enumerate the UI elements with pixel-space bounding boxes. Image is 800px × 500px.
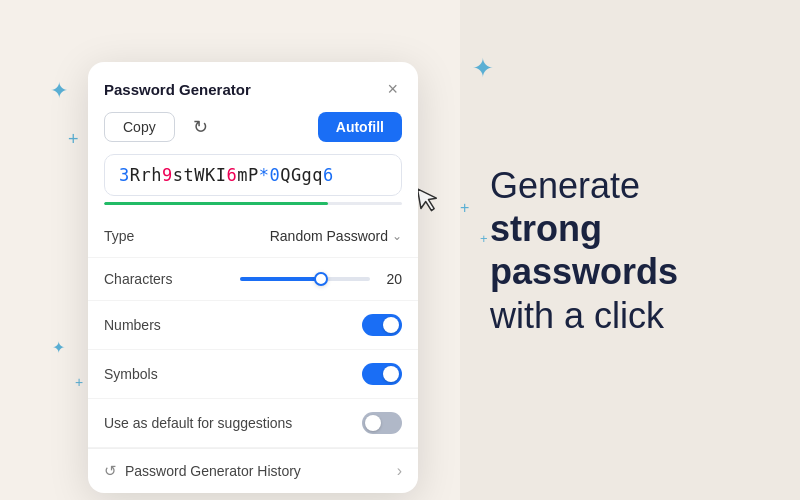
password-generator-card: Password Generator × Copy ↻ Autofill 3Rr… [88,62,418,493]
slider-fill [240,277,321,281]
pw-char-5: mP [237,165,258,185]
card-header: Password Generator × [88,62,418,112]
deco-star3: ✦ [472,55,494,81]
deco-cross4: + [480,232,488,245]
history-row[interactable]: ↺ Password Generator History › [88,448,418,493]
pw-char-9: 6 [323,165,334,185]
numbers-label: Numbers [104,317,161,333]
symbols-toggle-knob [383,366,399,382]
close-button[interactable]: × [383,78,402,100]
default-toggle-knob [365,415,381,431]
numbers-toggle-knob [383,317,399,333]
symbols-row: Symbols [88,350,418,399]
slider-track[interactable] [240,277,370,281]
strength-fill [104,202,328,205]
type-value: Random Password [270,228,388,244]
history-icon: ↺ [104,462,117,480]
default-toggle[interactable] [362,412,402,434]
deco-cross1: + [68,130,79,148]
symbols-toggle[interactable] [362,363,402,385]
card-title: Password Generator [104,81,251,98]
pw-char-0: 3 [119,165,130,185]
numbers-toggle[interactable] [362,314,402,336]
pw-char-3: stWKI [173,165,227,185]
symbols-label: Symbols [104,366,158,382]
deco-cross3: + [460,200,469,216]
refresh-button[interactable]: ↻ [187,112,214,142]
default-row: Use as default for suggestions [88,399,418,448]
pw-char-7: 0 [269,165,280,185]
slider-row: 20 [240,271,402,287]
history-label: Password Generator History [125,463,301,479]
characters-label: Characters [104,271,172,287]
pw-char-8: QGgq [280,165,323,185]
right-text-block: Generate strong passwords with a click [490,164,760,337]
autofill-button[interactable]: Autofill [318,112,402,142]
pw-char-1: Rrh [130,165,162,185]
pw-char-2: 9 [162,165,173,185]
right-line1: Generate [490,164,760,207]
deco-star2: ✦ [52,340,65,356]
default-label: Use as default for suggestions [104,415,292,431]
right-line4: with a click [490,293,760,336]
deco-cross2: + [75,375,83,389]
characters-row: Characters 20 [88,258,418,301]
history-chevron-icon: › [397,462,402,480]
slider-thumb[interactable] [314,272,328,286]
strength-bar [104,202,402,205]
pw-char-4: 6 [226,165,237,185]
right-line2: strong [490,207,760,250]
pw-char-6: * [259,165,270,185]
numbers-row: Numbers [88,301,418,350]
password-display: 3Rrh9stWKI6mP*0QGgq6 [104,154,402,196]
characters-value: 20 [380,271,402,287]
deco-star1: ✦ [50,80,68,102]
card-actions: Copy ↻ Autofill [88,112,418,154]
type-select[interactable]: Random Password ⌄ [270,228,402,244]
copy-button[interactable]: Copy [104,112,175,142]
right-line3: passwords [490,250,760,293]
type-row: Type Random Password ⌄ [88,215,418,258]
type-chevron-icon: ⌄ [392,229,402,243]
type-label: Type [104,228,134,244]
